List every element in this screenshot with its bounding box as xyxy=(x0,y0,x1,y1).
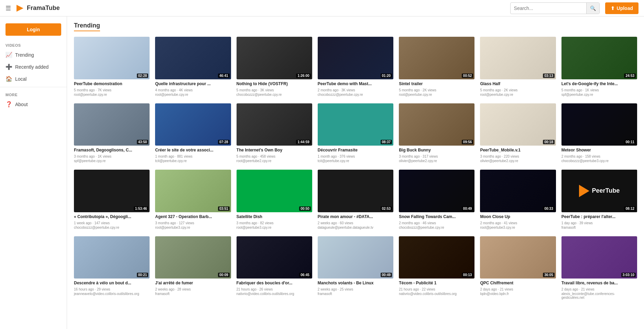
video-info: Snow Falling Towards Cam...2 months ago … xyxy=(399,214,474,229)
video-author: nativrio@video.colibris-outilslibres.org xyxy=(237,292,312,296)
video-title: Sintel trailer xyxy=(399,81,474,87)
video-author: nativrio@video.colibris-outilslibres.org xyxy=(399,292,474,296)
video-info: PeerTube_Mobile.v.13 months ago · 220 vi… xyxy=(480,148,556,163)
logo[interactable]: FramaTube xyxy=(15,3,60,13)
video-meta: 3 months ago · 317 views xyxy=(399,154,474,159)
video-info: Framasoft, Degooglisons, C...3 months ag… xyxy=(74,148,150,163)
video-card[interactable]: 09:56Big Buck Bunny3 months ago · 317 vi… xyxy=(399,103,474,163)
video-card[interactable]: 08:37Découvrir Framasite1 month ago · 37… xyxy=(318,103,393,163)
video-title: Let's de-Google-ify the Inte... xyxy=(561,81,637,87)
video-info: PeerTube demo with Mast...2 months ago ·… xyxy=(318,81,393,97)
video-duration: 01:20 xyxy=(381,73,392,78)
sidebar-item-trending[interactable]: 📈 Trending xyxy=(0,49,67,61)
video-card[interactable]: 36:05QPC Chiffrement2 days ago · 21 view… xyxy=(480,236,556,300)
sidebar-item-local-label: Local xyxy=(15,76,26,82)
video-title: Moon Close Up xyxy=(480,214,556,220)
video-thumbnail: 00:18 xyxy=(480,103,556,146)
video-duration: 1:44:59 xyxy=(296,140,310,144)
video-card[interactable]: 00:21Descendre à vélo un bout d...16 hou… xyxy=(74,236,150,300)
video-meta: 2 months ago · 158 views xyxy=(561,154,637,159)
video-thumbnail: 00:11 xyxy=(561,103,637,146)
video-card[interactable]: 02:53Pirate mon amour - #DATA...2 weeks … xyxy=(318,170,393,229)
video-meta: 5 months ago · 458 views xyxy=(237,154,312,159)
video-author: chocobozzz@peertube.cpy.re xyxy=(318,93,393,97)
sidebar-item-recently-added[interactable]: ➕ Recently added xyxy=(0,61,67,73)
video-author: lqdn@video.lqdn.fr xyxy=(480,292,556,296)
video-title: Snow Falling Towards Cam... xyxy=(399,214,474,220)
video-card[interactable]: 3:03:10Travail libre, revenus de ba...2 … xyxy=(561,236,637,300)
video-card[interactable]: 46:41Quelle infrastructure pour ...4 mon… xyxy=(155,37,231,97)
search-button[interactable]: 🔍 xyxy=(586,3,599,14)
search-input[interactable] xyxy=(511,5,586,11)
video-card[interactable]: 24:53Let's de-Google-ify the Inte...5 mo… xyxy=(561,37,637,97)
video-thumbnail: 24:53 xyxy=(561,37,637,79)
video-card[interactable]: 00:33Moon Close Up2 months ago · 41 view… xyxy=(480,170,556,229)
video-thumbnail: 03:51 xyxy=(155,170,231,212)
sidebar-item-about-label: About xyxy=(15,102,28,107)
video-card[interactable]: 1:44:59The Internet's Own Boy5 months ag… xyxy=(237,103,312,163)
video-card[interactable]: PeerTube08:12PeerTube : préparer l'alter… xyxy=(561,170,637,229)
sidebar-item-local[interactable]: 🏠 Local xyxy=(0,73,67,85)
video-meta: 2 months ago · 41 views xyxy=(480,221,556,226)
video-meta: 2 months ago · 3K views xyxy=(318,88,393,93)
video-thumbnail: 00:50 xyxy=(237,170,312,212)
video-card[interactable]: 00:52Sintel trailer5 months ago · 2K vie… xyxy=(399,37,474,97)
video-info: Pirate mon amour - #DATA...2 weeks ago ·… xyxy=(318,214,393,229)
video-card[interactable]: 43:50Framasoft, Degooglisons, C...3 mont… xyxy=(74,103,150,163)
video-info: QPC Chiffrement2 days ago · 21 viewslqdn… xyxy=(480,281,556,296)
sidebar: Login VIDEOS 📈 Trending ➕ Recently added… xyxy=(0,16,67,329)
video-author: root@peertube3.cpy.re xyxy=(237,226,312,229)
video-title: PeerTube : préparer l'alter... xyxy=(561,214,637,220)
video-thumbnail: 36:05 xyxy=(480,236,556,279)
video-meta: 21 hours ago · 22 views xyxy=(399,287,474,292)
video-card[interactable]: 00:18PeerTube_Mobile.v.13 months ago · 2… xyxy=(480,103,556,163)
video-card[interactable]: 1:26:00Nothing to Hide (VOSTFR)5 months … xyxy=(237,37,312,97)
video-title: Fabriquer des boucles d'or... xyxy=(237,281,312,286)
video-info: Créer le site de votre associ...1 month … xyxy=(155,148,231,163)
video-author: root@peertube3.cpy.re xyxy=(155,226,231,229)
video-card[interactable]: 1:53:46« Contributopia », Dégoogli...1 w… xyxy=(74,170,150,229)
video-card[interactable]: 00:50Satellite Dish3 months ago · 82 vie… xyxy=(237,170,312,229)
video-thumbnail: 08:37 xyxy=(318,103,393,146)
video-card[interactable]: 00:13Técom - Publicité 121 hours ago · 2… xyxy=(399,236,474,300)
video-title: Pirate mon amour - #DATA... xyxy=(318,214,393,220)
video-card[interactable]: 03:51Agent 327 - Operation Barb...3 mont… xyxy=(155,170,231,229)
header-left: ☰ FramaTube xyxy=(6,3,60,13)
video-card[interactable]: 00:11Meteor Shower2 months ago · 158 vie… xyxy=(561,103,637,163)
video-info: Travail libre, revenus de ba...2 days ag… xyxy=(561,281,637,299)
video-title: Glass Half xyxy=(480,81,556,87)
login-button[interactable]: Login xyxy=(6,23,61,36)
video-title: Agent 327 - Operation Barb... xyxy=(155,214,231,220)
video-meta: 3 months ago · 82 views xyxy=(237,221,312,226)
header: ☰ FramaTube 🔍 ⬆ Upload xyxy=(0,0,644,16)
video-info: Descendre à vélo un bout d...16 hours ag… xyxy=(74,281,150,296)
video-card[interactable]: 02:28PeerTube demonstration5 months ago … xyxy=(74,37,150,97)
video-thumbnail: 00:49 xyxy=(318,236,393,279)
video-duration: 43:50 xyxy=(137,140,149,144)
video-thumbnail: 46:41 xyxy=(155,37,231,79)
video-card[interactable]: 00:49Manchots volants - Be Linux2 weeks … xyxy=(318,236,393,300)
video-meta: 2 weeks ago · 28 views xyxy=(155,287,231,292)
upload-button[interactable]: ⬆ Upload xyxy=(605,2,638,14)
video-author: framasoft xyxy=(155,292,231,296)
video-card[interactable]: 06:45Fabriquer des boucles d'or...21 hou… xyxy=(237,236,312,300)
video-info: « Contributopia », Dégoogli...1 week ago… xyxy=(74,214,150,229)
video-thumbnail: 00:09 xyxy=(155,236,231,279)
video-title: J'ai arrêté de fumer xyxy=(155,281,231,286)
video-thumbnail: 00:13 xyxy=(399,236,474,279)
video-meta: 2 days ago · 21 views xyxy=(561,287,637,292)
video-author: chocobozzz@peertube.cpy.re xyxy=(237,93,312,97)
video-duration: 00:49 xyxy=(462,206,473,211)
sidebar-more-label: MORE xyxy=(0,89,67,98)
video-title: Découvrir Framasite xyxy=(318,148,393,153)
hamburger-button[interactable]: ☰ xyxy=(6,4,11,12)
video-duration: 08:37 xyxy=(381,140,392,144)
video-card[interactable]: 01:20PeerTube demo with Mast...2 months … xyxy=(318,37,393,97)
video-author: tcit@peertube.cpy.re xyxy=(155,159,231,163)
video-card[interactable]: 00:09J'ai arrêté de fumer2 weeks ago · 2… xyxy=(155,236,231,300)
video-card[interactable]: 00:49Snow Falling Towards Cam...2 months… xyxy=(399,170,474,229)
video-card[interactable]: 07:28Créer le site de votre associ...1 m… xyxy=(155,103,231,163)
video-info: Quelle infrastructure pour ...4 months a… xyxy=(155,81,231,97)
video-card[interactable]: 03:13Glass Half5 months ago · 2K viewsro… xyxy=(480,37,556,97)
sidebar-item-about[interactable]: ❓ About xyxy=(0,98,67,110)
